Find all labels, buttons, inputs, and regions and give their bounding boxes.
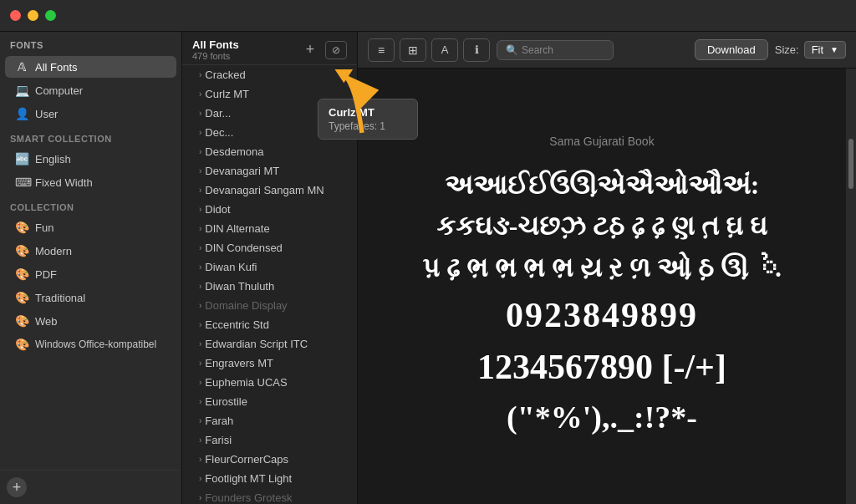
font-list-item[interactable]: ›DIN Condensed xyxy=(182,238,357,257)
font-list-item[interactable]: ›DIN Alternate xyxy=(182,219,357,238)
font-list-item[interactable]: ›Cracked xyxy=(182,65,357,84)
list-view-button[interactable]: ≡ xyxy=(368,38,395,62)
sidebar-item-label: Windows Office-kompatibel xyxy=(35,339,156,350)
font-name-label: DIN Condensed xyxy=(205,242,283,254)
sidebar-bottom: + xyxy=(0,470,181,504)
scrollbar-thumb[interactable] xyxy=(848,139,853,189)
font-list-toolbar: + ⊘ xyxy=(300,40,347,60)
info-button[interactable]: ℹ xyxy=(463,38,490,62)
font-name-label: Eccentric Std xyxy=(205,318,269,331)
collection-header: Collection xyxy=(0,194,181,216)
size-dropdown[interactable]: Fit ▼ xyxy=(804,41,846,59)
chevron-right-icon: › xyxy=(199,243,201,252)
sidebar-item-user[interactable]: 👤 User xyxy=(5,103,176,125)
font-list-item[interactable]: ›Euphemia UCAS xyxy=(182,373,357,392)
font-list-item[interactable]: ›Edwardian Script ITC xyxy=(182,334,357,354)
font-list-item[interactable]: ›Farah xyxy=(182,411,357,430)
font-name-label: Engravers MT xyxy=(205,357,273,369)
fixed-width-icon: ⌨ xyxy=(15,176,28,189)
font-name-label: Euphemia UCAS xyxy=(205,376,287,389)
download-button[interactable]: Download xyxy=(695,39,768,60)
font-list-item[interactable]: ›Diwan Thuluth xyxy=(182,277,357,296)
fonts-icon: 𝔸 xyxy=(15,60,28,74)
font-list-item[interactable]: ›Farisi xyxy=(182,430,357,450)
preview-line-2: કકઘઙ-ચછઝ઼ ટઠ઼ ઢ઼ ઢ઼ ણ઼ ત઼ ઘ઼ ઘ xyxy=(436,209,768,244)
disable-font-button[interactable]: ⊘ xyxy=(325,41,347,59)
chevron-right-icon: › xyxy=(199,282,201,291)
chevron-right-icon: › xyxy=(199,166,201,176)
add-collection-button[interactable]: + xyxy=(7,477,27,497)
sidebar-item-computer[interactable]: 💻 Computer xyxy=(5,79,176,101)
preview-font-name: Sama Gujarati Book xyxy=(549,135,654,148)
tooltip-title: Curlz MT xyxy=(329,106,407,119)
font-list-item[interactable]: ›Footlight MT Light xyxy=(182,469,357,488)
font-name-label: Farah xyxy=(205,415,233,427)
font-list-item[interactable]: ›Diwan Kufi xyxy=(182,257,357,277)
close-button[interactable] xyxy=(10,10,21,21)
preview-main: Sama Gujarati Book અઆઈઈઉઊ઼એઐઓઔઅં: કકઘઙ-ચ… xyxy=(358,69,846,504)
chevron-right-icon: › xyxy=(199,435,201,445)
chevron-right-icon: › xyxy=(199,70,201,79)
modern-icon: 🎨 xyxy=(15,244,28,257)
maximize-button[interactable] xyxy=(45,10,56,21)
sidebar-item-fun[interactable]: 🎨 Fun xyxy=(5,216,176,238)
traffic-lights xyxy=(10,10,56,21)
sidebar-fonts-header: Fonts xyxy=(0,32,181,55)
chevron-right-icon: › xyxy=(199,455,201,464)
chevron-right-icon: › xyxy=(199,109,201,118)
font-name-label: Farisi xyxy=(205,434,232,446)
sidebar-item-label: PDF xyxy=(35,268,57,281)
sidebar-item-web[interactable]: 🎨 Web xyxy=(5,310,176,332)
font-name-label: Desdemona xyxy=(205,145,263,158)
traditional-icon: 🎨 xyxy=(15,291,28,304)
chevron-right-icon: › xyxy=(199,474,201,483)
main-layout: Fonts 𝔸 All Fonts 💻 Computer 👤 User Smar… xyxy=(0,32,856,504)
sidebar-item-modern[interactable]: 🎨 Modern xyxy=(5,240,176,262)
chevron-right-icon: › xyxy=(199,262,201,272)
add-font-button[interactable]: + xyxy=(300,40,320,60)
font-list-item[interactable]: ›Desdemona xyxy=(182,142,357,161)
font-list-item[interactable]: ›Founders Grotesk xyxy=(182,488,357,504)
sidebar-item-label: Fixed Width xyxy=(35,176,93,189)
font-list-item[interactable]: ›FleurCornerCaps xyxy=(182,450,357,469)
sidebar-item-label: Fun xyxy=(35,221,54,234)
preview-line-3: પ઼ ઢ઼ ભ઼ ભ઼ ભ઼ ભ઼ ય઼ ર઼ ળ઼ ઓ઼ ઠ઼ ઊ઼ ૺ. xyxy=(422,251,782,286)
font-name-label: Edwardian Script ITC xyxy=(205,338,308,350)
search-icon: 🔍 xyxy=(506,44,518,56)
font-list-item[interactable]: ›Didot xyxy=(182,200,357,219)
sidebar-item-windows[interactable]: 🎨 Windows Office-kompatibel xyxy=(5,333,176,355)
size-label: Size: xyxy=(775,43,799,56)
font-name-label: Cracked xyxy=(205,69,245,81)
font-name-label: FleurCornerCaps xyxy=(205,453,288,466)
preview-scrollbar[interactable] xyxy=(846,69,856,504)
preview-line-4: 0923849899 xyxy=(506,293,698,339)
english-icon: 🔤 xyxy=(15,152,28,165)
sidebar-item-traditional[interactable]: 🎨 Traditional xyxy=(5,287,176,308)
chevron-right-icon: › xyxy=(199,205,201,214)
text-view-button[interactable]: A xyxy=(431,38,458,62)
font-list-item[interactable]: ›Devanagari MT xyxy=(182,161,357,181)
font-list-item[interactable]: ›Devanagari Sangam MN xyxy=(182,181,357,200)
sidebar-item-label: Modern xyxy=(35,245,72,257)
font-list-item[interactable]: ›Eccentric Std xyxy=(182,315,357,334)
chevron-right-icon: › xyxy=(199,493,201,502)
font-list-item[interactable]: ›Engravers MT xyxy=(182,354,357,373)
font-name-label: Footlight MT Light xyxy=(205,472,292,485)
sidebar-item-label: Web xyxy=(35,315,58,328)
font-list-title: All Fonts xyxy=(192,38,239,51)
sidebar-item-all-fonts[interactable]: 𝔸 All Fonts xyxy=(5,56,176,78)
minimize-button[interactable] xyxy=(28,10,38,21)
sidebar-item-pdf[interactable]: 🎨 PDF xyxy=(5,263,176,285)
sidebar-item-english[interactable]: 🔤 English xyxy=(5,148,176,170)
font-name-label: Founders Grotesk xyxy=(205,491,292,504)
sidebar-item-fixed-width[interactable]: ⌨ Fixed Width xyxy=(5,171,176,193)
font-list-item[interactable]: ›Eurostile xyxy=(182,392,357,411)
search-box[interactable]: 🔍 Search xyxy=(497,40,614,60)
titlebar xyxy=(0,0,856,32)
size-value: Fit xyxy=(812,43,823,56)
font-name-label: Devanagari MT xyxy=(205,165,279,177)
chevron-right-icon: › xyxy=(199,320,201,329)
preview-panel: ≡ ⊞ A ℹ 🔍 Search Download Size: Fit ▼ xyxy=(358,32,856,504)
grid-view-button[interactable]: ⊞ xyxy=(400,38,426,62)
font-list-item[interactable]: ›Domaine Display xyxy=(182,296,357,315)
